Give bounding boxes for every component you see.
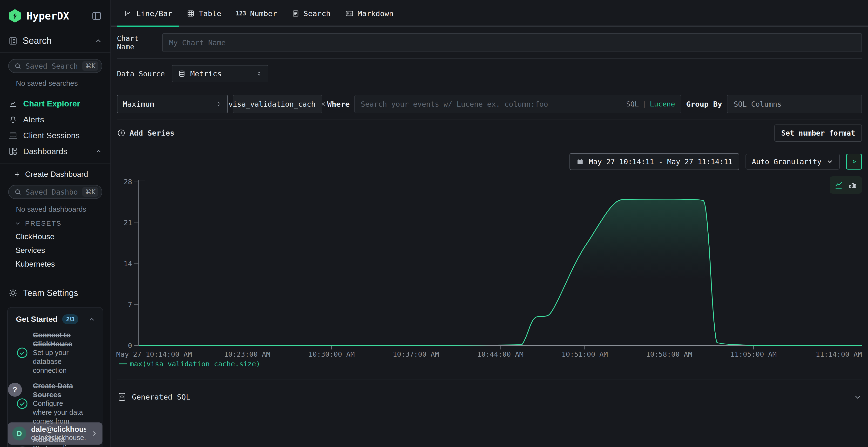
- sidebar-item-dashboards[interactable]: Dashboards: [0, 143, 111, 159]
- date-range-picker[interactable]: May 27 10:14:11 - May 27 11:14:11: [569, 153, 739, 170]
- plus-circle-icon: [117, 129, 126, 137]
- no-saved-dashboards-text: No saved dashboards: [16, 205, 111, 213]
- tab-label: Markdown: [358, 9, 394, 18]
- chevron-down-icon: [14, 220, 21, 227]
- svg-text:14: 14: [124, 260, 132, 268]
- tab-label: Number: [250, 9, 277, 18]
- presets-label: PRESETS: [25, 220, 62, 227]
- chart-display-toggle: [830, 176, 862, 194]
- close-icon[interactable]: [320, 101, 327, 107]
- no-saved-searches-text: No saved searches: [16, 79, 111, 88]
- collapse-sidebar-icon[interactable]: [91, 10, 102, 22]
- tab-table[interactable]: Table: [179, 0, 228, 27]
- tab-label: Table: [199, 9, 221, 18]
- granularity-value: Auto Granularity: [752, 158, 822, 166]
- preset-clickhouse[interactable]: ClickHouse: [0, 230, 111, 243]
- group-by-label: Group By: [686, 100, 722, 108]
- app-logo-row: HyperDX: [0, 0, 111, 23]
- data-source-select[interactable]: Metrics: [172, 65, 268, 82]
- sidebar-item-chart-explorer[interactable]: Chart Explorer: [0, 96, 111, 111]
- preset-kubernetes[interactable]: Kubernetes: [0, 257, 111, 271]
- gear-icon: [8, 288, 18, 298]
- bar-view-icon[interactable]: [848, 180, 858, 190]
- code-icon: [117, 392, 127, 402]
- nav-label: Chart Explorer: [23, 99, 102, 108]
- sidebar-item-alerts[interactable]: Alerts: [0, 111, 111, 128]
- search-section-icon: [8, 36, 18, 46]
- tab-line-bar[interactable]: Line/Bar: [117, 0, 179, 27]
- search-icon: [14, 62, 22, 70]
- sidebar-item-team-settings[interactable]: Team Settings: [0, 286, 111, 300]
- user-org: dale@clickhouse.com's: [31, 434, 86, 442]
- divider: [0, 163, 111, 164]
- search-icon: [14, 188, 22, 196]
- avatar: D: [12, 426, 26, 441]
- help-button[interactable]: ?: [8, 383, 22, 397]
- svg-text:10:37:00 AM: 10:37:00 AM: [393, 350, 439, 358]
- sql-language-toggle[interactable]: SQL: [626, 100, 639, 108]
- where-search-input[interactable]: [361, 100, 623, 108]
- calendar-icon: [576, 158, 584, 166]
- svg-text:10:23:00 AM: 10:23:00 AM: [224, 350, 270, 358]
- chart-name-row: Chart Name: [111, 27, 868, 58]
- preset-services[interactable]: Services: [0, 243, 111, 257]
- add-series-button[interactable]: Add Series: [117, 129, 175, 137]
- run-query-button[interactable]: [846, 153, 862, 170]
- get-started-item-sources[interactable]: Create Data Sources Configure where your…: [16, 381, 95, 426]
- sidebar: HyperDX Search ⌘K No saved searches Char…: [0, 0, 111, 447]
- aggregation-select[interactable]: Maximum: [117, 95, 228, 113]
- get-started-item-connect[interactable]: Connect to ClickHouse Set up your databa…: [16, 331, 95, 375]
- svg-text:0: 0: [128, 342, 132, 350]
- laptop-icon: [8, 131, 18, 140]
- shortcut-badge: ⌘K: [82, 61, 98, 71]
- data-source-label: Data Source: [117, 70, 165, 78]
- lucene-language-toggle[interactable]: Lucene: [650, 100, 675, 108]
- sidebar-item-client-sessions[interactable]: Client Sessions: [0, 128, 111, 143]
- date-range-value: May 27 10:14:11 - May 27 11:14:11: [589, 158, 733, 166]
- tab-markdown[interactable]: Markdown: [338, 0, 401, 27]
- chart-controls: May 27 10:14:11 - May 27 11:14:11 Auto G…: [569, 153, 862, 170]
- svg-text:10:44:00 AM: 10:44:00 AM: [477, 350, 523, 358]
- tab-label: Search: [304, 9, 331, 18]
- granularity-select[interactable]: Auto Granularity: [745, 153, 840, 170]
- data-source-row: Data Source Metrics: [111, 59, 868, 89]
- where-search-box[interactable]: SQL | Lucene: [354, 95, 681, 113]
- tab-label: Line/Bar: [136, 9, 172, 18]
- metric-field-tag[interactable]: visa_validation_cach: [233, 95, 322, 113]
- dashboards-icon: [8, 146, 18, 156]
- sidebar-section-search[interactable]: Search: [0, 36, 111, 53]
- markdown-icon: [345, 9, 354, 18]
- svg-text:28: 28: [124, 178, 132, 186]
- saved-searches-input[interactable]: ⌘K: [8, 59, 102, 73]
- chevron-down-icon[interactable]: [853, 392, 862, 401]
- saved-dashboards-input[interactable]: ⌘K: [8, 185, 102, 199]
- user-email: dale@clickhouse.com: [31, 425, 86, 434]
- group-by-input[interactable]: [727, 95, 862, 113]
- user-menu[interactable]: D dale@clickhouse.com dale@clickhouse.co…: [8, 422, 102, 445]
- line-chart-icon: [8, 99, 18, 108]
- svg-text:10:58:00 AM: 10:58:00 AM: [646, 350, 692, 358]
- check-circle-icon: [16, 398, 28, 410]
- tab-number[interactable]: 123 Number: [228, 0, 284, 27]
- svg-text:7: 7: [128, 301, 132, 309]
- chevron-up-icon: [94, 37, 102, 45]
- search-section-label: Search: [23, 36, 90, 46]
- create-dashboard-label: Create Dashboard: [25, 170, 88, 179]
- tab-search[interactable]: Search: [284, 0, 338, 27]
- presets-toggle[interactable]: PRESETS: [14, 220, 111, 227]
- task-subtitle: Set up your database connection: [33, 348, 84, 375]
- metric-line-chart[interactable]: 07142128May 27 10:14:00 AM10:23:00 AM10:…: [116, 175, 868, 370]
- saved-searches-field[interactable]: [26, 62, 79, 70]
- saved-dashboards-field[interactable]: [26, 188, 79, 196]
- chevron-up-icon: [95, 148, 102, 155]
- chart-name-input[interactable]: [162, 33, 862, 52]
- chevron-up-icon[interactable]: [88, 316, 95, 323]
- aggregation-value: Maximum: [123, 100, 211, 108]
- generated-sql-toggle[interactable]: Generated SQL: [117, 392, 190, 402]
- set-number-format-button[interactable]: Set number format: [774, 125, 862, 142]
- nav-label: Alerts: [23, 115, 102, 124]
- language-separator: |: [642, 100, 646, 108]
- line-view-icon[interactable]: [834, 180, 844, 190]
- create-dashboard-button[interactable]: Create Dashboard: [0, 170, 111, 179]
- team-settings-label: Team Settings: [23, 288, 78, 298]
